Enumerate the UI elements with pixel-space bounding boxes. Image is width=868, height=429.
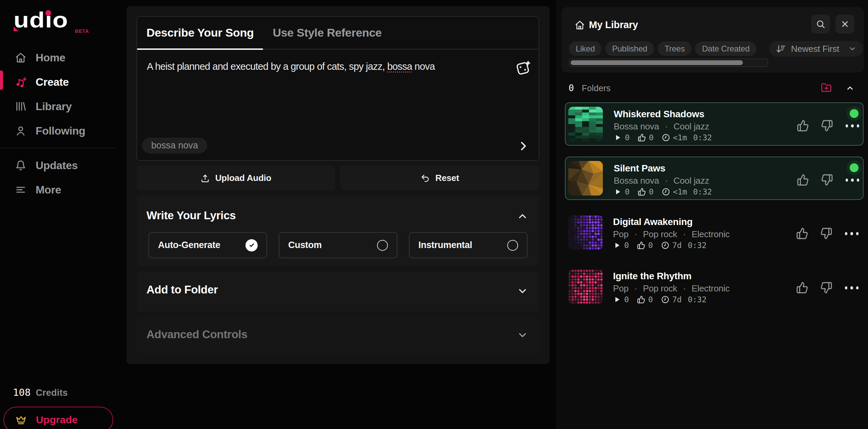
tab-label: Describe Your Song <box>146 26 254 39</box>
like-count: 0 <box>648 241 653 250</box>
sidebar-item-create[interactable]: Create <box>0 70 126 94</box>
search-button[interactable] <box>811 15 830 34</box>
filter-chip-published[interactable]: Published <box>605 41 654 56</box>
song-card[interactable]: Ignite the Rhythm Pop·Pop rock·Electroni… <box>565 265 864 308</box>
advanced-section-title: Advanced Controls <box>146 328 247 341</box>
home-icon[interactable] <box>575 20 585 30</box>
sort-dropdown[interactable]: Newest First <box>769 41 863 57</box>
thumbs-up-icon <box>637 241 645 249</box>
lyrics-option-custom[interactable]: Custom <box>279 232 397 258</box>
genre: Cool jazz <box>673 121 709 131</box>
sidebar-item-library[interactable]: Library <box>0 94 126 119</box>
radio-unchecked-icon <box>507 240 518 251</box>
like-count: 0 <box>649 133 654 142</box>
thumbs-up-button[interactable] <box>796 282 808 294</box>
randomize-prompt-dice-icon[interactable] <box>515 59 532 76</box>
sidebar-divider <box>0 148 116 148</box>
lyrics-mode-options: Auto-Generate Custom Instrumental <box>149 232 528 258</box>
song-stats: 0 0 <1m0:32 <box>614 133 712 142</box>
like-count: 0 <box>648 295 653 304</box>
prompt-text-after: nova <box>412 61 435 72</box>
library-title: My Library <box>589 19 638 30</box>
primary-nav: Home Create Library Following <box>0 45 126 143</box>
genre-separator: · <box>665 176 668 186</box>
upload-audio-button[interactable]: Upload Audio <box>137 166 335 190</box>
thumbs-up-button[interactable] <box>797 120 809 132</box>
bell-icon <box>15 160 26 171</box>
thumbs-down-button[interactable] <box>820 282 832 294</box>
chevron-up-icon[interactable] <box>517 210 528 222</box>
credits-indicator: 108 Credits <box>13 387 68 398</box>
song-prompt-input[interactable]: A heist planned and executed by a group … <box>137 49 539 160</box>
song-thumbnail <box>568 269 603 304</box>
thumbnail-art-dot-matrix-pink <box>568 269 603 304</box>
song-prompt-text: A heist planned and executed by a group … <box>147 60 506 73</box>
stat-group: 7d0:32 <box>661 241 707 250</box>
udio-logo[interactable]: udio BETA <box>14 10 92 34</box>
stat-group: 0 <box>638 187 654 196</box>
lyrics-option-auto-generate[interactable]: Auto-Generate <box>149 232 267 258</box>
style-tag-chip[interactable]: bossa nova <box>142 138 207 154</box>
sidebar-item-label: Updates <box>36 159 78 172</box>
tab-describe-your-song[interactable]: Describe Your Song <box>137 17 263 49</box>
folder-plus-icon[interactable] <box>821 82 832 93</box>
song-card[interactable]: Silent Paws Bossa nova·Cool jazz 0 0 <1m… <box>565 157 864 200</box>
play-icon <box>613 241 621 249</box>
folders-count: 0 <box>569 83 574 93</box>
thumbs-up-button[interactable] <box>797 174 809 186</box>
ellipsis-dot <box>851 124 853 127</box>
filter-chip-date-created[interactable]: Date Created <box>695 41 756 56</box>
song-card[interactable]: Whiskered Shadows Bossa nova·Cool jazz 0… <box>565 102 864 146</box>
genre-separator: · <box>634 229 637 239</box>
thumbs-up-button[interactable] <box>796 227 808 240</box>
filters-scrollbar[interactable] <box>569 59 768 67</box>
stat-group: 0 <box>613 241 629 250</box>
upgrade-label: Upgrade <box>36 414 78 426</box>
song-menu-ellipsis[interactable] <box>845 230 859 237</box>
sidebar-item-label: Home <box>36 52 65 64</box>
advanced-controls-section[interactable]: Advanced Controls <box>137 317 539 354</box>
chevron-down-icon[interactable] <box>517 285 528 297</box>
stat-group: 7d0:32 <box>661 295 707 304</box>
sidebar-item-updates[interactable]: Updates <box>0 153 126 178</box>
song-thumbnail <box>568 107 603 141</box>
thumbs-down-button[interactable] <box>820 227 832 240</box>
add-to-folder-section[interactable]: Add to Folder <box>137 271 539 312</box>
song-menu-ellipsis[interactable] <box>846 123 859 129</box>
lyrics-option-instrumental[interactable]: Instrumental <box>409 232 528 258</box>
chevron-right-icon[interactable] <box>517 140 529 152</box>
chevron-down-icon[interactable] <box>517 329 528 341</box>
chevron-up-icon[interactable] <box>846 84 854 93</box>
lyrics-option-label: Instrumental <box>418 240 472 250</box>
sort-label: Newest First <box>791 44 839 54</box>
sidebar-item-label: Following <box>36 125 85 137</box>
credits-label: Credits <box>36 388 67 398</box>
filter-chip-liked[interactable]: Liked <box>569 41 601 56</box>
ellipsis-dot <box>845 286 847 289</box>
filter-chip-trees[interactable]: Trees <box>658 41 691 56</box>
thumbs-down-button[interactable] <box>821 120 833 132</box>
home-icon <box>15 52 26 63</box>
song-description-card: Describe Your Song Use Style Reference A… <box>137 16 539 161</box>
sidebar-item-more[interactable]: More <box>0 178 126 202</box>
play-icon <box>614 188 622 196</box>
genre: Electronic <box>692 229 730 239</box>
song-menu-ellipsis[interactable] <box>846 177 859 183</box>
song-card[interactable]: Digital Awakening Pop·Pop rock·Electroni… <box>565 211 864 254</box>
stat-group: 0 <box>613 295 629 304</box>
thumbs-down-button[interactable] <box>821 174 833 186</box>
scrollbar-thumb[interactable] <box>571 60 743 65</box>
sidebar-item-following[interactable]: Following <box>0 119 126 143</box>
upgrade-button[interactable]: Upgrade <box>3 407 113 429</box>
sidebar-item-home[interactable]: Home <box>0 45 126 70</box>
stat-group: 0 <box>637 241 653 250</box>
lyrics-option-label: Custom <box>288 240 322 250</box>
library-header-card: My Library Liked Published Trees Date Cr… <box>561 7 864 73</box>
reset-button[interactable]: Reset <box>340 166 539 190</box>
song-menu-ellipsis[interactable] <box>845 285 859 291</box>
stat-group: 0 <box>637 295 653 304</box>
tab-use-style-reference[interactable]: Use Style Reference <box>263 17 391 49</box>
close-button[interactable] <box>835 15 854 34</box>
stat-group: 0 <box>614 133 630 142</box>
stat-group: <1m0:32 <box>662 187 712 196</box>
